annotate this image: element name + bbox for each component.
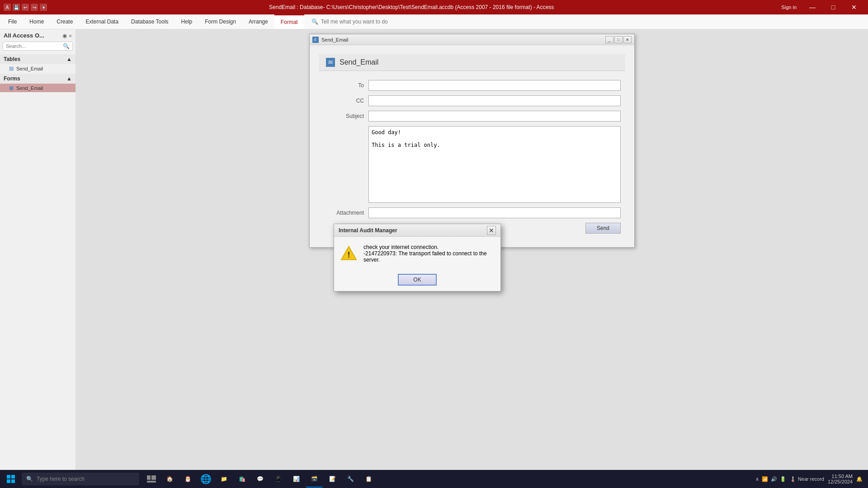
- dialog-footer: OK: [334, 270, 500, 291]
- dialog-message-line1: check your internet connection.: [363, 244, 494, 250]
- dialog-body: ! check your internet connection. -21472…: [334, 237, 500, 270]
- main-layout: All Access O... ◉ « 🔍 Tables ▲ ▤ Send_Em…: [0, 29, 868, 470]
- dialog-titlebar: Internal Audit Manager ✕: [334, 224, 500, 237]
- svg-text:!: !: [347, 250, 350, 259]
- dialog-ok-button[interactable]: OK: [398, 274, 436, 286]
- dialog-message-line2: -2147220973: The transport failed to con…: [363, 250, 494, 263]
- dialog-title-text: Internal Audit Manager: [339, 227, 487, 234]
- dialog-internal-audit: Internal Audit Manager ✕ ! check your in…: [334, 224, 501, 291]
- dialog-close-button[interactable]: ✕: [487, 226, 496, 235]
- warning-icon: !: [340, 244, 357, 262]
- content-area: F Send_Email _ □ ✕ ✉ Send_Email To: [76, 29, 868, 470]
- dialog-overlay: Internal Audit Manager ✕ ! check your in…: [76, 29, 868, 470]
- dialog-message: check your internet connection. -2147220…: [363, 244, 494, 263]
